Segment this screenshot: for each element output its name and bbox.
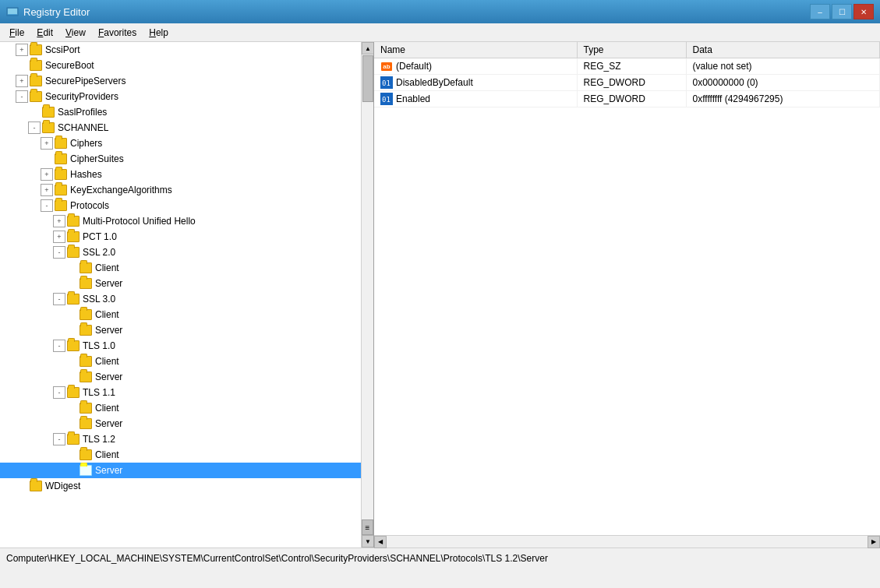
type-cell: REG_DWORD [577, 75, 686, 91]
expand-ciphers[interactable]: + [41, 137, 53, 150]
tree-node-wdigest[interactable]: WDigest [0, 478, 361, 494]
tree-node-tls12client[interactable]: Client [0, 447, 361, 463]
hscroll-right-btn[interactable]: ▶ [868, 536, 880, 548]
menu-help[interactable]: Help [143, 26, 175, 40]
tree-node-tls12server[interactable]: Server [0, 463, 361, 478]
tree-node-securepipeservers[interactable]: + SecurePipeServers [0, 73, 361, 89]
app-icon [6, 5, 19, 18]
folder-icon-tls12 [67, 434, 80, 445]
menu-bar: File Edit View Favorites Help [0, 23, 880, 42]
tree-node-securityproviders[interactable]: - SecurityProviders [0, 89, 361, 104]
tree-node-scsiport[interactable]: + ScsiPort [0, 42, 361, 58]
tree-node-tls11server[interactable]: Server [0, 416, 361, 431]
tree-node-ssl30[interactable]: - SSL 3.0 [0, 291, 361, 307]
tree-label-scsiport: ScsiPort [45, 44, 80, 55]
menu-favorites[interactable]: Favorites [92, 26, 143, 40]
folder-icon-tls11server [80, 418, 92, 429]
tree-node-secureboot[interactable]: SecureBoot [0, 58, 361, 73]
registry-table-scroll[interactable]: Name Type Data ab (Default) [374, 42, 880, 535]
expand-securepipeservers[interactable]: + [16, 75, 28, 87]
folder-icon-securepipeservers [30, 76, 42, 86]
hscroll-left-btn[interactable]: ◀ [374, 536, 387, 548]
tree-node-ssl20server[interactable]: Server [0, 276, 361, 291]
menu-view[interactable]: View [59, 26, 92, 40]
expand-pct10[interactable]: + [53, 231, 65, 243]
minimize-button[interactable]: – [810, 4, 830, 19]
tree-node-protocols[interactable]: - Protocols [0, 198, 361, 213]
expand-schannel[interactable]: - [28, 121, 41, 134]
expand-multiprotocol[interactable]: + [53, 215, 65, 227]
folder-icon-wdigest [30, 481, 42, 491]
main-content: + ScsiPort SecureBoot + SecurePipeServer… [0, 42, 880, 548]
tree-label-ssl30: SSL 3.0 [83, 294, 115, 305]
tree-node-schannel[interactable]: - SCHANNEL [0, 120, 361, 136]
tree-label-multiprotocol: Multi-Protocol Unified Hello [83, 216, 196, 227]
close-button[interactable]: ✕ [853, 4, 874, 19]
folder-icon-tls10server [80, 371, 92, 382]
folder-icon-tls11client [80, 403, 92, 414]
tree-node-tls11client[interactable]: Client [0, 400, 361, 416]
type-cell: REG_SZ [577, 58, 686, 75]
right-panel-hscrollbar[interactable]: ◀ ▶ [374, 535, 880, 548]
tree-node-tls10server[interactable]: Server [0, 369, 361, 385]
tree-node-tls10[interactable]: - TLS 1.0 [0, 338, 361, 354]
table-row[interactable]: 01 DisabledByDefault REG_DWORD 0x0000000… [374, 75, 880, 91]
tree-node-ciphers[interactable]: + Ciphers [0, 136, 361, 151]
expand-securityproviders[interactable]: - [16, 90, 28, 103]
expand-protocols[interactable]: - [41, 199, 53, 212]
folder-icon-keyexchangealgorithms [55, 185, 67, 195]
folder-icon-protocols [55, 200, 67, 211]
tree-node-ciphersuites[interactable]: CipherSuites [0, 151, 361, 167]
scroll-grip[interactable]: ≡ [362, 519, 373, 535]
data-cell: 0x00000000 (0) [686, 75, 880, 91]
tree-node-ssl20[interactable]: - SSL 2.0 [0, 245, 361, 260]
expand-keyexchangealgorithms[interactable]: + [41, 184, 53, 196]
reg-name-disabledbydefault: DisabledByDefault [396, 77, 473, 88]
expand-ssl30[interactable]: - [53, 293, 65, 305]
folder-icon-ssl30server [80, 325, 92, 336]
expand-tls10[interactable]: - [53, 340, 65, 352]
tree-node-ssl20client[interactable]: Client [0, 260, 361, 276]
svg-rect-1 [8, 9, 17, 14]
expand-scsiport[interactable]: + [16, 44, 28, 56]
tree-node-tls12[interactable]: - TLS 1.2 [0, 431, 361, 447]
tree-label-saslprofiles: SaslProfiles [58, 107, 107, 118]
tree-label-ssl30client: Client [95, 309, 119, 320]
tree-node-hashes[interactable]: + Hashes [0, 167, 361, 182]
folder-icon-ssl20client [80, 262, 92, 273]
tree-scrollbar[interactable]: ▲ ≡ ▼ [361, 42, 373, 548]
window-title: Registry Editor [23, 6, 90, 18]
tree-label-wdigest: WDigest [45, 481, 80, 491]
folder-icon-tls12server [80, 465, 92, 476]
name-cell: 01 DisabledByDefault [374, 75, 577, 91]
scroll-down-btn[interactable]: ▼ [362, 535, 374, 548]
type-icon-dw-2: 01 [380, 93, 393, 105]
tree-node-pct10[interactable]: + PCT 1.0 [0, 229, 361, 245]
tree-scroll[interactable]: + ScsiPort SecureBoot + SecurePipeServer… [0, 42, 361, 548]
menu-file[interactable]: File [3, 26, 30, 40]
maximize-button[interactable]: ☐ [832, 4, 852, 19]
tree-node-tls11[interactable]: - TLS 1.1 [0, 385, 361, 400]
tree-node-ssl30server[interactable]: Server [0, 322, 361, 338]
tree-node-multiprotocol[interactable]: + Multi-Protocol Unified Hello [0, 213, 361, 229]
expand-hashes[interactable]: + [41, 168, 53, 181]
folder-icon-tls10 [67, 340, 80, 351]
tree-node-ssl30client[interactable]: Client [0, 307, 361, 322]
tree-label-securityproviders: SecurityProviders [45, 91, 118, 102]
menu-edit[interactable]: Edit [30, 26, 59, 40]
expand-tls12[interactable]: - [53, 433, 65, 445]
tree-node-tls10client[interactable]: Client [0, 354, 361, 369]
folder-icon-ssl20 [67, 247, 80, 258]
col-header-type: Type [577, 42, 686, 58]
expand-ssl20[interactable]: - [53, 246, 65, 259]
type-icon-sz: ab [380, 60, 393, 72]
tree-label-schannel: SCHANNEL [58, 122, 108, 133]
tree-node-keyexchangealgorithms[interactable]: + KeyExchangeAlgorithms [0, 182, 361, 198]
expand-tls11[interactable]: - [53, 386, 65, 399]
tree-node-saslprofiles[interactable]: SaslProfiles [0, 104, 361, 120]
scroll-track [362, 55, 373, 519]
table-row[interactable]: ab (Default) REG_SZ (value not set) [374, 58, 880, 75]
table-row[interactable]: 01 Enabled REG_DWORD 0xffffffff (4294967… [374, 91, 880, 107]
scroll-up-btn[interactable]: ▲ [362, 42, 374, 55]
scroll-thumb[interactable] [362, 55, 373, 102]
